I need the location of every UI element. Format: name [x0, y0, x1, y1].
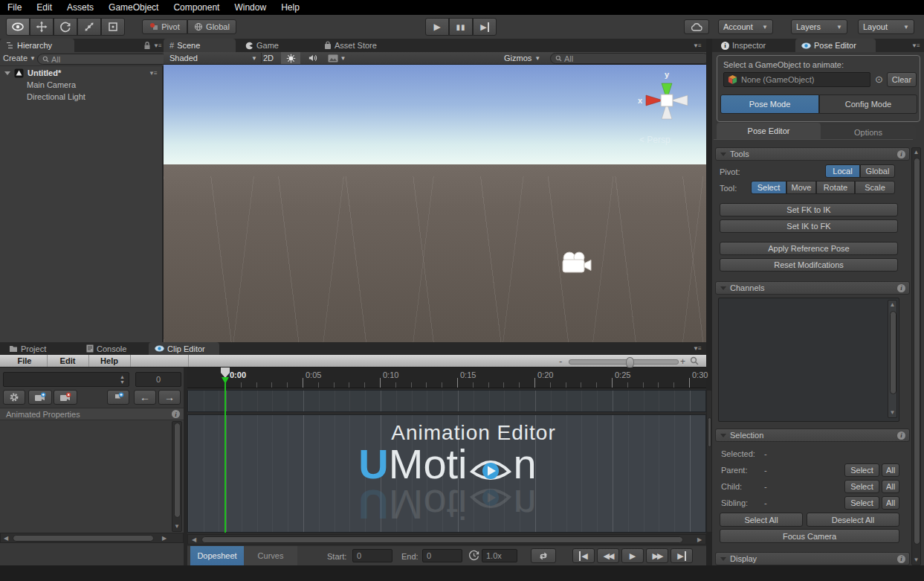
tab-console[interactable]: Console: [80, 342, 143, 355]
selection-section-header[interactable]: Selection i: [715, 428, 910, 442]
channels-section-header[interactable]: Channels i: [715, 281, 910, 295]
scene-search-input[interactable]: All: [550, 53, 709, 64]
play-button[interactable]: ▶: [425, 18, 449, 36]
tool-move-button[interactable]: Move: [786, 181, 816, 194]
go-to-start-button[interactable]: ◀: [572, 548, 595, 563]
scale-tool-button[interactable]: [77, 18, 101, 36]
play-animation-button[interactable]: ▶: [621, 548, 644, 563]
persp-label[interactable]: < Persp: [639, 135, 671, 145]
zoom-out-label[interactable]: -: [559, 356, 562, 367]
clip-menu-help[interactable]: Help: [88, 355, 131, 367]
focus-camera-button[interactable]: Focus Camera: [720, 529, 899, 543]
child-select-button[interactable]: Select: [844, 480, 879, 493]
config-mode-button[interactable]: Config Mode: [819, 94, 917, 114]
step-button[interactable]: ▶: [473, 18, 497, 36]
scene-menu-icon[interactable]: ▼≡: [149, 70, 157, 77]
tool-scale-button[interactable]: Scale: [855, 181, 895, 194]
panel-menu-icon[interactable]: ▼≡: [153, 42, 161, 49]
menu-edit[interactable]: Edit: [29, 2, 59, 13]
scene-viewport[interactable]: y x < Persp: [164, 65, 706, 342]
gizmos-dropdown[interactable]: Gizmos▼: [504, 53, 546, 63]
frame-number-field[interactable]: 0: [135, 372, 181, 387]
parent-all-button[interactable]: All: [882, 463, 899, 477]
delete-clip-button[interactable]: [54, 390, 77, 405]
playback-speed-field[interactable]: 1.0x: [482, 549, 517, 562]
go-to-end-button[interactable]: ▶: [671, 548, 693, 563]
clip-menu-edit[interactable]: Edit: [47, 355, 89, 367]
child-all-button[interactable]: All: [882, 480, 899, 493]
lighting-toggle[interactable]: [281, 52, 300, 64]
sibling-all-button[interactable]: All: [882, 496, 899, 510]
menu-component[interactable]: Component: [166, 2, 227, 13]
apply-reference-pose-button[interactable]: Apply Reference Pose: [720, 242, 898, 255]
sibling-select-button[interactable]: Select: [844, 496, 879, 510]
view-tool-button[interactable]: [6, 18, 30, 36]
tab-clip-editor[interactable]: Clip Editor: [149, 342, 219, 355]
display-section-header[interactable]: Display i: [715, 552, 910, 565]
zoom-in-label[interactable]: +: [680, 356, 685, 367]
tab-asset-store[interactable]: Asset Store: [318, 39, 396, 52]
lock-icon[interactable]: [143, 41, 151, 50]
global-toggle-button[interactable]: Global: [187, 19, 236, 34]
tab-inspector[interactable]: i Inspector: [715, 39, 786, 52]
menu-gameobject[interactable]: GameObject: [101, 2, 166, 13]
rect-tool-button[interactable]: [101, 18, 125, 36]
layers-dropdown[interactable]: Layers▼: [791, 19, 847, 34]
timeline-zoom-slider[interactable]: [569, 359, 679, 365]
pivot-global-button[interactable]: Global: [860, 164, 895, 178]
channels-list[interactable]: ▲ ▼: [718, 298, 899, 422]
menu-help[interactable]: Help: [274, 2, 307, 13]
animated-properties-list[interactable]: ▼: [0, 420, 184, 533]
gameobject-field[interactable]: None (GameObject): [723, 72, 870, 87]
panel-menu-icon[interactable]: ▼≡: [693, 345, 701, 352]
expand-triangle-icon[interactable]: [4, 71, 10, 75]
add-clip-button[interactable]: [28, 390, 52, 405]
menu-file[interactable]: File: [0, 2, 29, 13]
subtab-pose-editor[interactable]: Pose Editor: [717, 123, 821, 139]
hierarchy-item-directional-light[interactable]: Directional Light: [27, 92, 85, 101]
move-tool-button[interactable]: [30, 18, 54, 36]
tool-rotate-button[interactable]: Rotate: [816, 181, 855, 194]
set-ik-to-fk-button[interactable]: Set IK to FK: [720, 219, 898, 233]
slider-thumb[interactable]: [626, 357, 634, 368]
tools-section-header[interactable]: Tools i: [715, 147, 910, 161]
parent-select-button[interactable]: Select: [844, 463, 879, 477]
object-picker-icon[interactable]: ⊙: [875, 74, 883, 85]
menu-assets[interactable]: Assets: [59, 2, 101, 13]
cloud-button[interactable]: [684, 19, 709, 34]
rotate-tool-button[interactable]: [54, 18, 77, 36]
add-event-button[interactable]: [107, 390, 129, 405]
next-keyframe-button[interactable]: →: [158, 390, 181, 405]
dopesheet-area[interactable]: Animation Editor UMotin UMotin: [187, 414, 706, 533]
timeline-ruler[interactable]: 0:00 0:05 0:10 0:15 0:20 0:25 0:30: [187, 367, 706, 388]
pose-mode-button[interactable]: Pose Mode: [720, 94, 819, 114]
pivot-toggle-button[interactable]: Pivot: [142, 19, 187, 34]
create-dropdown[interactable]: Create▼: [3, 54, 36, 62]
channels-scrollbar[interactable]: ▲ ▼: [888, 300, 897, 418]
prev-frame-button[interactable]: ◀◀: [597, 548, 619, 563]
layout-dropdown[interactable]: Layout▼: [858, 19, 914, 34]
tab-project[interactable]: Project: [3, 342, 68, 355]
panel-menu-icon[interactable]: ▼≡: [911, 42, 920, 49]
scene-root-row[interactable]: Untitled* ▼≡: [0, 67, 164, 79]
end-field[interactable]: 0: [422, 549, 462, 562]
settings-button[interactable]: [3, 390, 25, 405]
tab-game[interactable]: Game: [239, 39, 305, 52]
pause-button[interactable]: ▮▮: [449, 18, 473, 36]
curves-tab[interactable]: Curves: [244, 546, 297, 565]
orientation-gizmo[interactable]: y x: [633, 67, 700, 134]
set-fk-to-ik-button[interactable]: Set FK to IK: [720, 203, 898, 216]
loop-toggle-button[interactable]: [531, 548, 556, 563]
properties-vertical-scrollbar[interactable]: ▼: [172, 421, 182, 532]
dopesheet-tab[interactable]: Dopesheet: [190, 546, 244, 565]
audio-toggle[interactable]: [303, 53, 321, 63]
pivot-local-button[interactable]: Local: [825, 164, 860, 178]
next-frame-button[interactable]: ▶▶: [646, 548, 668, 563]
subtab-options[interactable]: Options: [821, 125, 916, 139]
deselect-all-button[interactable]: Deselect All: [807, 513, 899, 527]
prev-keyframe-button[interactable]: ←: [134, 390, 156, 405]
properties-horizontal-scrollbar[interactable]: ◀ ▶: [0, 533, 184, 543]
clip-menu-file[interactable]: File: [2, 355, 48, 367]
menu-window[interactable]: Window: [227, 2, 274, 13]
timeline-horizontal-scrollbar[interactable]: ◀ ▶: [187, 534, 706, 545]
